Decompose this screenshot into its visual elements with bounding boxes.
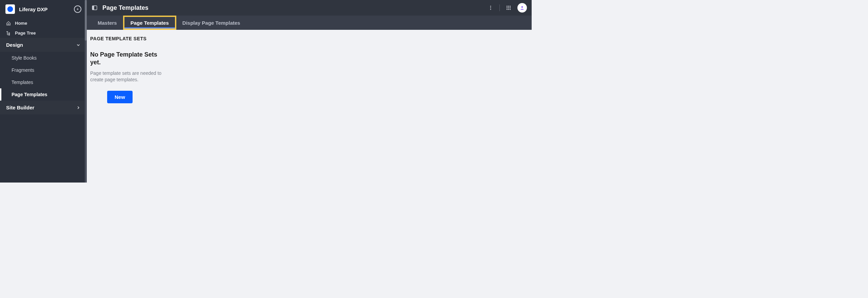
svg-rect-10: [508, 6, 509, 7]
panel-toggle-icon[interactable]: [92, 5, 98, 11]
sidebar-nav-label: Page Tree: [15, 30, 36, 36]
sidebar-section-site-builder[interactable]: Site Builder: [0, 101, 87, 114]
svg-rect-9: [507, 6, 508, 7]
svg-rect-12: [507, 7, 508, 8]
sidebar-item-templates[interactable]: Templates: [0, 76, 87, 88]
sidebar-section-label: Design: [6, 42, 23, 48]
svg-rect-17: [510, 9, 511, 10]
sidebar-item-fragments[interactable]: Fragments: [0, 64, 87, 76]
sidebar-section-design[interactable]: Design: [0, 38, 87, 52]
home-icon: [6, 21, 11, 26]
brand-title: Liferay DXP: [19, 6, 70, 12]
sidebar-item-style-books[interactable]: Style Books: [0, 52, 87, 64]
liferay-icon: [7, 6, 14, 13]
svg-rect-3: [9, 34, 9, 35]
sidebar-item-label: Templates: [12, 80, 33, 85]
chevron-down-icon: [76, 43, 81, 47]
empty-state: No Page Template Sets yet. Page template…: [90, 51, 168, 103]
page-title: Page Templates: [102, 4, 149, 12]
section-title: PAGE TEMPLATE SETS: [90, 36, 528, 41]
user-icon: [520, 5, 525, 10]
chevron-right-icon: [76, 105, 81, 110]
svg-point-1: [6, 31, 7, 32]
svg-rect-16: [508, 9, 509, 10]
brand-logo: [5, 4, 15, 14]
kebab-menu-icon[interactable]: [487, 4, 495, 12]
content-area: PAGE TEMPLATE SETS No Page Template Sets…: [87, 30, 532, 183]
topbar-divider: [499, 4, 500, 11]
sidebar-nav-label: Home: [15, 21, 27, 26]
svg-point-8: [490, 9, 491, 10]
svg-rect-11: [510, 6, 511, 7]
empty-title: No Page Template Sets yet.: [90, 51, 168, 67]
tab-label: Display Page Templates: [182, 20, 240, 26]
svg-point-18: [521, 6, 523, 8]
sidebar-nav-page-tree[interactable]: Page Tree: [0, 28, 87, 38]
tree-icon: [6, 31, 11, 36]
sidebar: Liferay DXP Home Page Tree Design Style …: [0, 0, 87, 183]
empty-description: Page template sets are needed to create …: [90, 70, 168, 83]
tab-page-templates[interactable]: Page Templates: [123, 16, 176, 30]
svg-rect-15: [507, 9, 508, 10]
svg-point-0: [7, 6, 13, 12]
svg-point-7: [490, 7, 491, 8]
user-avatar[interactable]: [517, 3, 527, 13]
brand-header: Liferay DXP: [0, 0, 87, 18]
tab-label: Page Templates: [131, 20, 169, 26]
svg-rect-5: [92, 6, 94, 10]
new-button[interactable]: New: [107, 91, 133, 103]
tab-label: Masters: [98, 20, 117, 26]
tab-display-page-templates[interactable]: Display Page Templates: [176, 16, 246, 30]
compass-icon[interactable]: [74, 5, 81, 13]
sidebar-item-label: Style Books: [12, 55, 37, 61]
apps-grid-icon[interactable]: [505, 4, 513, 12]
main: Page Templates Masters Page Templates Di…: [87, 0, 532, 183]
tabbar: Masters Page Templates Display Page Temp…: [87, 16, 532, 30]
svg-point-6: [490, 6, 491, 7]
sidebar-item-label: Fragments: [12, 67, 34, 73]
svg-rect-2: [9, 33, 9, 33]
sidebar-section-label: Site Builder: [6, 105, 34, 110]
sidebar-item-page-templates[interactable]: Page Templates: [0, 88, 87, 101]
svg-rect-13: [508, 7, 509, 8]
sidebar-nav-home[interactable]: Home: [0, 18, 87, 28]
svg-rect-14: [510, 7, 511, 8]
tab-masters[interactable]: Masters: [92, 16, 123, 30]
topbar: Page Templates: [87, 0, 532, 16]
sidebar-item-label: Page Templates: [12, 92, 47, 97]
